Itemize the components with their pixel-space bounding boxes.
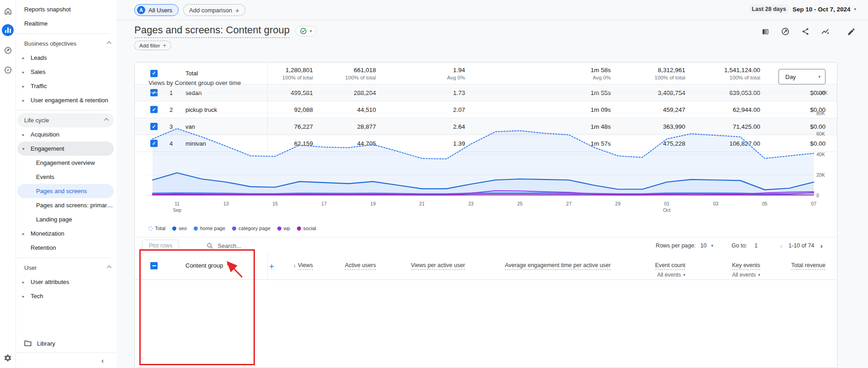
reports-selected-circle (2, 24, 14, 36)
check-circle-icon (300, 27, 307, 35)
sidebar-item-events[interactable]: Events (16, 170, 116, 184)
add-comparison-label: Add comparison (189, 7, 232, 14)
search-input[interactable] (217, 242, 300, 249)
sidebar-item-pages-and-screens-primar[interactable]: Pages and screens: primar… (16, 198, 116, 212)
rows-per-page-value[interactable]: 10 (700, 242, 707, 249)
legend-item-wp[interactable]: wp (277, 226, 290, 231)
sidebar-item-landing-page[interactable]: Landing page (16, 212, 116, 226)
sidebar-item-sales[interactable]: ▸Sales (16, 65, 116, 79)
svg-text:Sep: Sep (173, 207, 181, 213)
sidebar-divider (16, 33, 110, 34)
insights-gauge-icon[interactable] (780, 26, 790, 37)
svg-text:20K: 20K (816, 172, 825, 178)
sidebar-item-library[interactable]: Library (16, 336, 116, 351)
sidebar-item-label: Sales (31, 68, 46, 75)
pagination: Rows per page: 10 ▾ Go to: 1 ‹ 1-10 of 7… (656, 242, 824, 250)
sidebar-item-tech[interactable]: ▸Tech (16, 289, 116, 303)
edit-pencil-icon[interactable] (846, 26, 856, 37)
column-header-label[interactable]: Key events (732, 262, 760, 270)
column-header-label[interactable]: Views per active user (411, 262, 465, 270)
chevron-right-icon: ▸ (22, 70, 31, 74)
advertising-icon[interactable] (1, 44, 14, 57)
sidebar-item-monetization[interactable]: ▸Monetization (16, 226, 116, 241)
page-title[interactable]: Pages and screens: Content group (134, 24, 290, 38)
sidebar-item-label: Landing page (36, 216, 72, 223)
date-range-selector[interactable]: Last 28 days Sep 10 - Oct 7, 2024 ▾ (749, 5, 856, 14)
sidebar-section-label: Business objectives (24, 40, 107, 47)
legend-item-home-page[interactable]: home page (194, 226, 225, 231)
column-header-label[interactable]: Average engagement time per active user (505, 262, 611, 270)
all-users-chip[interactable]: A All Users (134, 4, 179, 16)
chevron-down-icon[interactable]: ▾ (711, 243, 714, 248)
search-icon (206, 242, 213, 249)
dimension-header-label[interactable]: Content group (185, 262, 223, 269)
sidebar-section-life-cycle[interactable]: Life cycle (17, 113, 114, 127)
sidebar-item-retention[interactable]: Retention (16, 241, 116, 255)
svg-text:15: 15 (272, 201, 278, 206)
column-header-label[interactable]: Event count (655, 262, 685, 270)
sidebar-item-traffic[interactable]: ▸Traffic (16, 79, 116, 93)
column-subheader[interactable]: All events▾ (657, 272, 685, 278)
explore-icon[interactable] (1, 63, 14, 76)
column-header-line: Average engagement time per active user (505, 262, 611, 268)
column-header-line: Event count (655, 262, 685, 268)
table-search (206, 242, 300, 249)
sidebar-item-engagement-overview[interactable]: Engagement overview (16, 156, 116, 170)
svg-text:07: 07 (811, 201, 816, 206)
previous-page-icon[interactable]: ‹ (778, 242, 784, 250)
svg-text:17: 17 (321, 201, 327, 206)
chevron-down-icon: ▾ (22, 147, 31, 151)
column-header-label[interactable]: Active users (345, 262, 376, 270)
sidebar-item-acquisition[interactable]: ▸Acquisition (16, 127, 116, 142)
plot-rows-button[interactable]: Plot rows (142, 240, 179, 252)
home-icon[interactable] (1, 5, 14, 17)
add-filter-label: Add filter (139, 43, 160, 48)
svg-text:Oct: Oct (663, 207, 670, 213)
svg-text:27: 27 (566, 201, 572, 206)
svg-text:80K: 80K (816, 110, 825, 116)
sidebar-item-pages-and-screens[interactable]: Pages and screens (17, 184, 114, 198)
settings-gear-icon[interactable] (1, 352, 14, 364)
sidebar-section-user[interactable]: User (16, 261, 116, 275)
share-icon[interactable] (800, 26, 810, 37)
compare-reports-icon[interactable] (760, 26, 770, 37)
table-controls: Plot rows Rows per page: 10 ▾ Go to: 1 ‹… (135, 239, 837, 252)
sidebar-item-reports-snapshot[interactable]: Reports snapshot (16, 2, 116, 16)
legend-item-total[interactable]: Total (148, 226, 165, 231)
go-to-input[interactable]: 1 (752, 242, 760, 249)
sidebar-section-business-objectives[interactable]: Business objectives (16, 37, 116, 51)
column-header-label[interactable]: Views (298, 262, 313, 270)
svg-text:03: 03 (713, 201, 719, 206)
sidebar-divider (16, 258, 110, 258)
collapse-chevron-left-icon: ‹ (101, 357, 104, 364)
data-quality-badge[interactable]: ▾ (295, 26, 317, 37)
legend-item-social[interactable]: social (297, 226, 316, 231)
library-label: Library (37, 340, 55, 347)
svg-text:05: 05 (762, 201, 767, 206)
chevron-down-icon: ▾ (227, 262, 229, 267)
reports-icon[interactable] (1, 24, 14, 37)
subheader-label: All events (657, 272, 681, 278)
legend-item-category-page[interactable]: category page (232, 226, 270, 231)
pagination-range: 1-10 of 74 (789, 242, 814, 249)
add-filter-chip[interactable]: Add filter + (134, 41, 171, 50)
sidebar-item-user-engagement-retention[interactable]: ▸User engagement & retention (16, 93, 116, 107)
sidebar-item-label: User engagement & retention (31, 97, 108, 104)
sidebar-item-label: Pages and screens (36, 188, 87, 195)
sidebar-item-user-attributes[interactable]: ▸User attributes (16, 275, 116, 289)
add-comparison-chip[interactable]: Add comparison + (183, 4, 245, 16)
views-over-time-chart[interactable]: 020K40K60K80K100K11Sep131517192123252729… (135, 63, 837, 237)
plus-icon: + (163, 42, 166, 48)
legend-label: wp (284, 226, 290, 231)
svg-text:21: 21 (419, 201, 425, 206)
column-subheader[interactable]: All events▾ (732, 272, 760, 278)
sidebar-item-realtime[interactable]: Realtime (16, 16, 116, 31)
sidebar-item-leads[interactable]: ▸Leads (16, 51, 116, 65)
sidebar-collapse-button[interactable]: ‹ (16, 352, 116, 368)
sidebar-item-engagement[interactable]: ▾Engagement (17, 142, 114, 156)
select-all-checkbox[interactable] (150, 262, 158, 269)
column-header-label[interactable]: Total revenue (791, 262, 826, 270)
insights-sparkline-icon[interactable] (820, 26, 831, 37)
legend-item-seo[interactable]: seo (172, 226, 187, 231)
next-page-icon[interactable]: › (819, 242, 824, 250)
